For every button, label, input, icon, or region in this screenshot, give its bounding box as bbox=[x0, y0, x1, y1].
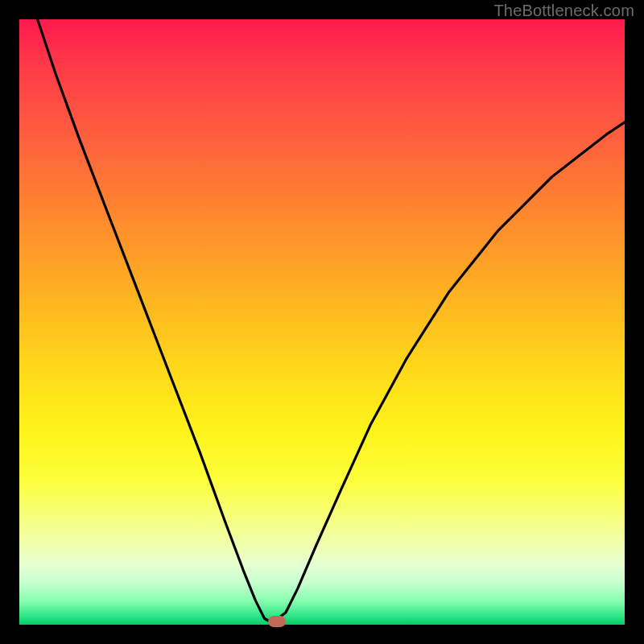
bottleneck-curve bbox=[19, 19, 625, 625]
chart-frame: TheBottleneck.com bbox=[0, 0, 644, 644]
plot-area bbox=[19, 19, 625, 625]
curve-path bbox=[38, 19, 625, 621]
optimal-point-marker bbox=[268, 616, 286, 627]
watermark-text: TheBottleneck.com bbox=[493, 2, 634, 20]
